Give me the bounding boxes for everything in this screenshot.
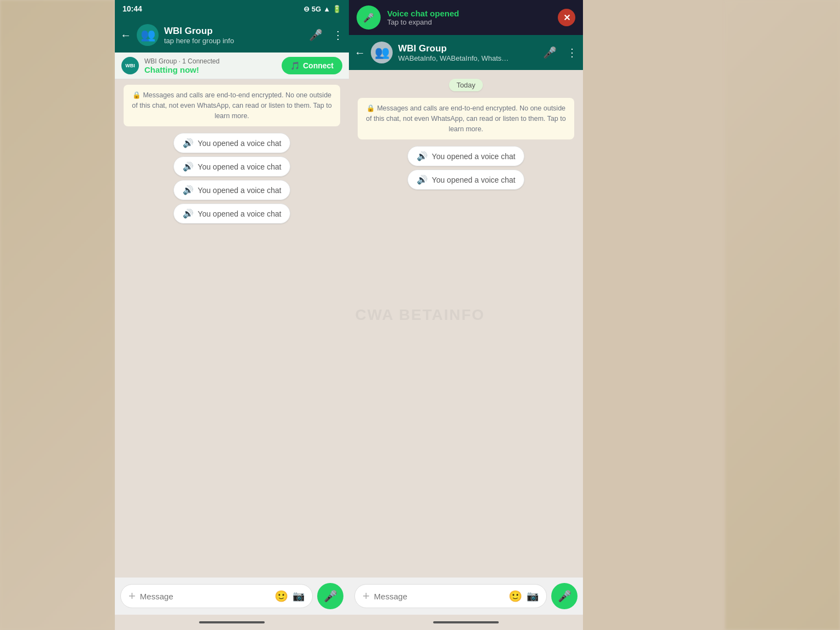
header-icons-left: 🎤 ⋮ [309,28,343,42]
message-input-left[interactable] [140,592,270,601]
chat-header-right: ← 👥 WBI Group WABetaInfo, WABetaInfo, Wh… [349,35,583,70]
back-button-right[interactable]: ← [354,46,365,59]
group-avatar-icon-left: 👥 [141,28,155,42]
voice-chat-text-2: You opened a voice chat [198,162,282,171]
waveform-icon-right[interactable]: 🎤 [543,46,557,59]
camera-icon-left[interactable]: 📷 [293,590,305,602]
voice-chat-text-r1: You opened a voice chat [432,152,516,161]
avatar-right[interactable]: 👥 [371,42,393,63]
messages-area-right: Today 🔒 Messages and calls are end-to-en… [349,70,583,578]
voice-chat-bubble-2[interactable]: 🔊 You opened a voice chat [173,156,291,177]
voice-chat-text-3: You opened a voice chat [198,186,282,195]
emoji-icon-right[interactable]: 🙂 [509,590,522,603]
back-button-left[interactable]: ← [120,29,131,42]
voice-opened-notification[interactable]: 🎤 Voice chat opened Tap to expand ✕ [349,0,583,35]
encryption-text-left: 🔒 Messages and calls are end-to-end encr… [132,91,331,120]
mic-icon-right: 🎤 [558,590,571,603]
wbi-badge-left: WBI [121,57,139,74]
close-x-icon: ✕ [563,13,570,23]
mic-notif-icon: 🎤 [363,13,374,23]
phone-left: 10:44 ⊖ 5G ▲ 🔋 ← 👥 WBI Group tap here fo… [115,0,349,630]
home-indicator-right [349,615,583,630]
header-icons-right: 🎤 ⋮ [543,46,578,59]
add-attachment-icon-right[interactable]: + [363,589,370,603]
network-5g-left: 5G [312,5,321,13]
input-bar-right: + 🙂 📷 🎤 [349,578,583,615]
more-options-icon-right[interactable]: ⋮ [567,46,578,59]
voice-chat-text-1: You opened a voice chat [198,139,282,148]
mic-button-left[interactable]: 🎤 [317,583,343,609]
messages-area-left: 🔒 Messages and calls are end-to-end encr… [115,79,349,578]
add-attachment-icon-left[interactable]: + [129,589,136,603]
group-subtitle-left: tap here for group info [164,37,304,45]
notification-text: Voice chat opened Tap to expand [387,9,551,26]
banner-text-left: WBI Group · 1 Connected Chatting now! [144,57,276,74]
group-name-right: WBI Group [398,43,538,54]
voice-chat-bubble-1[interactable]: 🔊 You opened a voice chat [173,133,291,153]
signal-icon-left: ▲ [323,5,330,13]
voice-chat-bubble-r2[interactable]: 🔊 You opened a voice chat [407,170,525,190]
mic-icon-left: 🎤 [324,590,337,603]
mic-notification-btn[interactable]: 🎤 [357,5,381,30]
group-name-left: WBI Group [164,26,304,37]
voice-chat-bubble-r1[interactable]: 🔊 You opened a voice chat [407,146,525,166]
voice-chat-bubble-4[interactable]: 🔊 You opened a voice chat [173,203,291,224]
voice-chat-icon-4: 🔊 [183,208,194,219]
more-options-icon-left[interactable]: ⋮ [332,28,343,42]
close-notification-button[interactable]: ✕ [558,9,575,26]
avatar-left[interactable]: 👥 [137,24,159,46]
voice-chat-bubble-3[interactable]: 🔊 You opened a voice chat [173,180,291,200]
header-info-right[interactable]: WBI Group WABetaInfo, WABetaInfo, Whats… [398,43,538,62]
chat-header-left: ← 👥 WBI Group tap here for group info 🎤 … [115,18,349,52]
encryption-notice-left[interactable]: 🔒 Messages and calls are end-to-end encr… [124,85,340,126]
connect-icon: 🎵 [290,61,300,70]
tap-to-expand-label: Tap to expand [387,18,551,26]
voice-chat-text-4: You opened a voice chat [198,209,282,218]
connect-label: Connect [303,61,334,70]
wbi-text: WBI [125,63,135,68]
chatting-now-label: Chatting now! [144,65,276,74]
time-left: 10:44 [122,4,142,13]
encryption-text-right: 🔒 Messages and calls are end-to-end encr… [366,104,565,133]
home-bar-left [199,621,265,623]
voice-banner-left: WBI WBI Group · 1 Connected Chatting now… [115,52,349,79]
input-bar-left: + 🙂 📷 🎤 [115,578,349,615]
banner-group-name: WBI Group · 1 Connected [144,57,276,65]
mic-button-right[interactable]: 🎤 [551,583,578,609]
do-not-disturb-icon: ⊖ [304,5,310,13]
bg-right [725,0,840,630]
message-input-right[interactable] [374,592,504,601]
group-subtitle-right: WABetaInfo, WABetaInfo, Whats… [398,54,538,62]
emoji-icon-left[interactable]: 🙂 [275,590,288,603]
voice-chat-icon-2: 🔊 [183,161,194,172]
home-bar-right [433,621,499,623]
encryption-notice-right[interactable]: 🔒 Messages and calls are end-to-end encr… [358,98,574,139]
message-input-wrap-right[interactable]: + 🙂 📷 [354,584,547,608]
voice-chat-icon-3: 🔊 [183,185,194,195]
status-bar-left: 10:44 ⊖ 5G ▲ 🔋 [115,0,349,18]
waveform-icon-left[interactable]: 🎤 [309,28,323,42]
bg-left [0,0,115,630]
header-info-left[interactable]: WBI Group tap here for group info [164,26,304,45]
voice-chat-icon-1: 🔊 [183,138,194,148]
home-indicator-left [115,615,349,630]
voice-chat-icon-r2: 🔊 [417,174,428,185]
today-label: Today [449,79,483,91]
voice-chat-text-r2: You opened a voice chat [432,176,516,184]
status-icons-left: ⊖ 5G ▲ 🔋 [304,5,341,13]
phone-right: 🎤 Voice chat opened Tap to expand ✕ ← 👥 … [349,0,583,630]
voice-chat-icon-r1: 🔊 [417,151,428,161]
camera-icon-right[interactable]: 📷 [527,590,539,602]
voice-chat-opened-label: Voice chat opened [387,9,551,18]
message-input-wrap-left[interactable]: + 🙂 📷 [120,584,313,608]
battery-icon-left: 🔋 [332,5,341,13]
group-avatar-icon-right: 👥 [375,45,389,60]
connect-button[interactable]: 🎵 Connect [282,57,342,74]
